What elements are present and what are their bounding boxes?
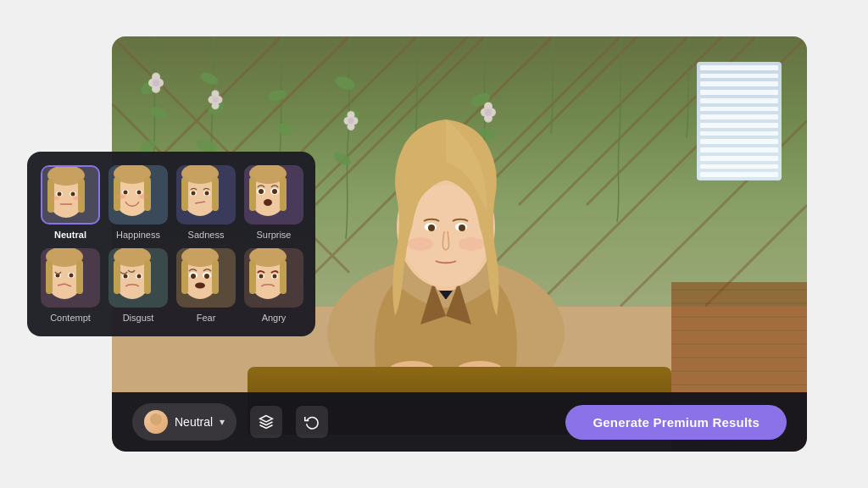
svg-point-77: [71, 192, 75, 197]
svg-rect-72: [47, 179, 54, 213]
svg-rect-85: [144, 177, 151, 211]
svg-rect-118: [76, 260, 83, 294]
refresh-button[interactable]: [296, 406, 328, 438]
blind-slat: [700, 114, 778, 119]
svg-point-141: [191, 274, 196, 279]
emotion-thumb-neutral: [41, 165, 100, 225]
svg-rect-138: [212, 260, 219, 294]
emotion-label-neutral: Neutral: [54, 230, 86, 240]
svg-point-142: [204, 274, 209, 279]
svg-rect-137: [181, 260, 188, 294]
svg-point-65: [459, 225, 465, 231]
face-surprise: [244, 165, 292, 218]
blind-slat: [700, 172, 778, 177]
generate-premium-button[interactable]: Generate Premium Results: [565, 405, 787, 440]
svg-rect-106: [249, 177, 256, 211]
emotion-thumb-surprise: [244, 165, 303, 225]
emotion-label-contempt: Contempt: [50, 313, 91, 323]
svg-point-132: [137, 274, 142, 279]
emotion-item-neutral[interactable]: Neutral: [41, 165, 100, 240]
emotion-item-angry[interactable]: Angry: [244, 248, 303, 323]
emotion-item-disgust[interactable]: Disgust: [108, 248, 168, 323]
blind-slat: [700, 131, 778, 136]
svg-rect-128: [144, 260, 151, 294]
emotion-grid: Neutral: [41, 165, 302, 323]
svg-point-88: [124, 191, 128, 195]
svg-rect-96: [181, 177, 188, 211]
svg-point-89: [137, 191, 142, 195]
face-sadness: [176, 165, 224, 218]
face-disgust: [108, 248, 156, 301]
svg-point-61: [459, 237, 484, 251]
svg-marker-66: [260, 416, 273, 423]
svg-point-43: [213, 97, 219, 103]
svg-point-76: [58, 192, 62, 197]
svg-point-143: [195, 283, 205, 289]
blind-slat: [700, 90, 778, 95]
svg-rect-127: [114, 260, 120, 294]
emotion-item-happiness[interactable]: Happiness: [108, 165, 168, 240]
svg-point-153: [273, 274, 277, 279]
svg-point-42: [212, 102, 220, 109]
emotion-label-surprise: Surprise: [257, 230, 292, 240]
blind-slat: [700, 81, 778, 86]
face-happiness: [108, 165, 156, 218]
emotion-item-contempt[interactable]: Contempt: [41, 248, 100, 323]
svg-point-131: [124, 274, 128, 279]
blind-slat: [700, 107, 778, 112]
face-fear: [176, 248, 224, 301]
emotion-label-sadness: Sadness: [188, 230, 225, 240]
svg-point-152: [259, 274, 264, 279]
selected-emotion-label: Neutral: [175, 415, 213, 429]
svg-point-64: [428, 225, 435, 231]
blind-slat: [700, 156, 778, 161]
emotion-thumb-contempt: [41, 248, 100, 308]
refresh-icon: [304, 414, 320, 430]
layers-icon: [259, 414, 274, 430]
emotion-item-surprise[interactable]: Surprise: [244, 165, 303, 240]
blind-slat: [700, 164, 778, 169]
face-angry: [244, 248, 292, 301]
svg-point-112: [264, 199, 272, 206]
svg-point-111: [272, 189, 277, 194]
svg-point-90: [117, 194, 125, 199]
svg-point-23: [198, 70, 220, 87]
blind-slat: [700, 65, 778, 70]
svg-point-20: [148, 104, 170, 120]
svg-point-122: [70, 274, 74, 278]
emotion-thumb-sadness: [176, 165, 236, 225]
svg-rect-73: [78, 179, 85, 213]
bottom-control-bar: Neutral ▾ Generate Premium Results: [112, 392, 807, 452]
face-contempt: [41, 248, 88, 301]
svg-rect-107: [280, 177, 287, 211]
emotion-label-happiness: Happiness: [116, 230, 160, 240]
emotion-label-angry: Angry: [262, 313, 287, 323]
emotion-thumb-angry: [244, 248, 303, 308]
svg-point-41: [212, 90, 220, 97]
blind-slat: [700, 74, 778, 79]
emotion-dropdown[interactable]: Neutral ▾: [132, 403, 236, 441]
blind-slat: [700, 98, 778, 103]
blind-slat: [700, 139, 778, 144]
svg-rect-149: [280, 260, 287, 294]
svg-point-60: [408, 237, 433, 251]
emotion-item-fear[interactable]: Fear: [176, 248, 236, 323]
layers-button[interactable]: [250, 406, 282, 438]
emotion-thumb-happiness: [108, 165, 168, 225]
face-neutral: [42, 167, 90, 219]
svg-rect-84: [114, 177, 120, 211]
emotion-label-fear: Fear: [197, 313, 216, 323]
emotion-thumb-disgust: [108, 248, 168, 308]
person-svg: [310, 79, 581, 401]
svg-point-27: [274, 121, 293, 137]
window-blinds-area: [697, 62, 782, 180]
emotion-grid-panel: Neutral: [27, 152, 315, 336]
chevron-down-icon: ▾: [220, 416, 225, 428]
person-in-video: [310, 79, 581, 401]
emotion-label-disgust: Disgust: [123, 313, 154, 323]
svg-point-100: [192, 191, 196, 196]
svg-point-38: [153, 80, 159, 86]
svg-rect-97: [212, 177, 219, 211]
emotion-item-sadness[interactable]: Sadness: [176, 165, 236, 240]
svg-rect-117: [46, 260, 53, 294]
